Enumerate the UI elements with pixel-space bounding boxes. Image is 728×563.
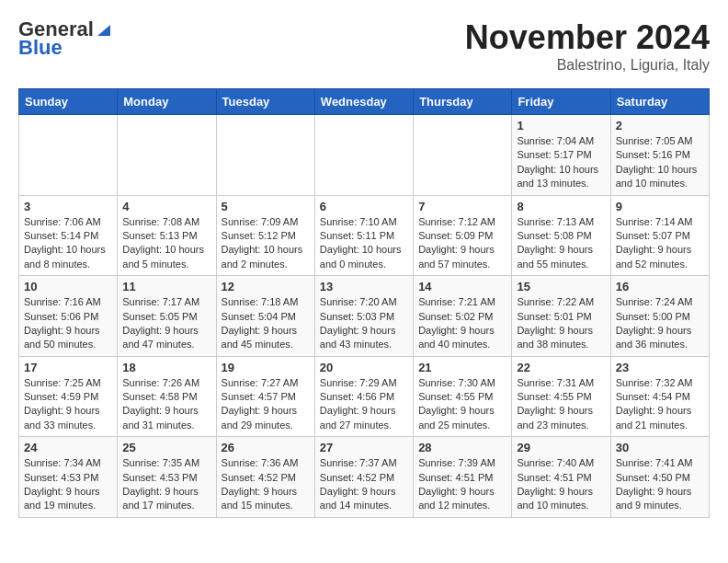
calendar-cell: 15Sunrise: 7:22 AM Sunset: 5:01 PM Dayli… [512,276,610,357]
calendar-cell: 4Sunrise: 7:08 AM Sunset: 5:13 PM Daylig… [118,195,216,276]
calendar-cell: 7Sunrise: 7:12 AM Sunset: 5:09 PM Daylig… [414,195,512,276]
calendar-cell: 11Sunrise: 7:17 AM Sunset: 5:05 PM Dayli… [118,276,216,357]
day-info: Sunrise: 7:31 AM Sunset: 4:55 PM Dayligh… [517,376,605,433]
day-number: 4 [122,200,210,213]
day-info: Sunrise: 7:05 AM Sunset: 5:16 PM Dayligh… [616,134,704,191]
day-info: Sunrise: 7:37 AM Sunset: 4:52 PM Dayligh… [320,456,408,513]
day-number: 26 [222,441,310,454]
day-header-sunday: Sunday [19,89,118,115]
day-number: 27 [320,441,408,454]
day-number: 23 [616,361,704,374]
logo-blue-text: Blue [18,37,63,59]
day-number: 3 [24,200,112,213]
day-number: 25 [122,441,210,454]
calendar-cell: 18Sunrise: 7:26 AM Sunset: 4:58 PM Dayli… [118,356,216,437]
day-header-wednesday: Wednesday [314,89,413,115]
day-number: 24 [24,441,112,454]
day-number: 12 [222,280,310,293]
day-info: Sunrise: 7:26 AM Sunset: 4:58 PM Dayligh… [122,376,210,433]
calendar-cell: 9Sunrise: 7:14 AM Sunset: 5:07 PM Daylig… [610,195,709,276]
calendar-week-row: 1Sunrise: 7:04 AM Sunset: 5:17 PM Daylig… [19,115,710,196]
calendar-cell: 5Sunrise: 7:09 AM Sunset: 5:12 PM Daylig… [216,195,314,276]
calendar-table: SundayMondayTuesdayWednesdayThursdayFrid… [18,88,710,518]
day-header-friday: Friday [512,89,610,115]
day-number: 14 [418,280,506,293]
day-number: 22 [517,361,605,374]
day-info: Sunrise: 7:14 AM Sunset: 5:07 PM Dayligh… [616,215,704,272]
day-number: 11 [122,280,210,293]
calendar-cell [19,115,118,196]
calendar-cell: 6Sunrise: 7:10 AM Sunset: 5:11 PM Daylig… [314,195,413,276]
day-info: Sunrise: 7:17 AM Sunset: 5:05 PM Dayligh… [122,295,210,352]
day-info: Sunrise: 7:32 AM Sunset: 4:54 PM Dayligh… [616,376,704,433]
calendar-cell: 22Sunrise: 7:31 AM Sunset: 4:55 PM Dayli… [512,356,610,437]
title-area: November 2024 Balestrino, Liguria, Italy [465,18,710,74]
svg-marker-0 [97,25,110,36]
month-title: November 2024 [465,18,710,57]
calendar-cell: 26Sunrise: 7:36 AM Sunset: 4:52 PM Dayli… [216,437,314,518]
day-number: 18 [122,361,210,374]
calendar-cell: 8Sunrise: 7:13 AM Sunset: 5:08 PM Daylig… [512,195,610,276]
day-info: Sunrise: 7:30 AM Sunset: 4:55 PM Dayligh… [418,376,506,433]
day-number: 6 [320,200,408,213]
calendar-week-row: 10Sunrise: 7:16 AM Sunset: 5:06 PM Dayli… [19,276,710,357]
day-number: 17 [24,361,112,374]
day-info: Sunrise: 7:09 AM Sunset: 5:12 PM Dayligh… [222,215,310,272]
page-header: General Blue November 2024 Balestrino, L… [18,18,710,74]
day-info: Sunrise: 7:41 AM Sunset: 4:50 PM Dayligh… [616,456,704,513]
calendar-cell: 27Sunrise: 7:37 AM Sunset: 4:52 PM Dayli… [314,437,413,518]
day-info: Sunrise: 7:06 AM Sunset: 5:14 PM Dayligh… [24,215,112,272]
day-number: 16 [616,280,704,293]
calendar-cell: 13Sunrise: 7:20 AM Sunset: 5:03 PM Dayli… [314,276,413,357]
day-info: Sunrise: 7:27 AM Sunset: 4:57 PM Dayligh… [222,376,310,433]
logo-arrow-icon [96,21,112,38]
calendar-cell: 12Sunrise: 7:18 AM Sunset: 5:04 PM Dayli… [216,276,314,357]
calendar-cell: 24Sunrise: 7:34 AM Sunset: 4:53 PM Dayli… [19,437,118,518]
location-subtitle: Balestrino, Liguria, Italy [465,57,710,74]
day-header-tuesday: Tuesday [216,89,314,115]
day-header-thursday: Thursday [414,89,512,115]
calendar-week-row: 17Sunrise: 7:25 AM Sunset: 4:59 PM Dayli… [19,356,710,437]
day-number: 5 [222,200,310,213]
day-number: 15 [517,280,605,293]
calendar-cell [314,115,413,196]
calendar-cell: 25Sunrise: 7:35 AM Sunset: 4:53 PM Dayli… [118,437,216,518]
calendar-cell: 2Sunrise: 7:05 AM Sunset: 5:16 PM Daylig… [610,115,709,196]
day-number: 29 [517,441,605,454]
calendar-cell [118,115,216,196]
day-number: 28 [418,441,506,454]
day-info: Sunrise: 7:08 AM Sunset: 5:13 PM Dayligh… [122,215,210,272]
day-info: Sunrise: 7:35 AM Sunset: 4:53 PM Dayligh… [122,456,210,513]
day-number: 20 [320,361,408,374]
day-number: 19 [222,361,310,374]
day-info: Sunrise: 7:36 AM Sunset: 4:52 PM Dayligh… [222,456,310,513]
logo: General Blue [18,18,112,59]
calendar-cell: 29Sunrise: 7:40 AM Sunset: 4:51 PM Dayli… [512,437,610,518]
day-info: Sunrise: 7:18 AM Sunset: 5:04 PM Dayligh… [222,295,310,352]
day-info: Sunrise: 7:16 AM Sunset: 5:06 PM Dayligh… [24,295,112,352]
day-info: Sunrise: 7:22 AM Sunset: 5:01 PM Dayligh… [517,295,605,352]
day-info: Sunrise: 7:04 AM Sunset: 5:17 PM Dayligh… [517,134,605,191]
calendar-cell: 16Sunrise: 7:24 AM Sunset: 5:00 PM Dayli… [610,276,709,357]
day-info: Sunrise: 7:20 AM Sunset: 5:03 PM Dayligh… [320,295,408,352]
day-number: 7 [418,200,506,213]
day-number: 2 [616,119,704,132]
day-info: Sunrise: 7:10 AM Sunset: 5:11 PM Dayligh… [320,215,408,272]
day-number: 21 [418,361,506,374]
day-header-monday: Monday [118,89,216,115]
calendar-cell: 10Sunrise: 7:16 AM Sunset: 5:06 PM Dayli… [19,276,118,357]
calendar-cell: 30Sunrise: 7:41 AM Sunset: 4:50 PM Dayli… [610,437,709,518]
day-number: 8 [517,200,605,213]
calendar-cell: 21Sunrise: 7:30 AM Sunset: 4:55 PM Dayli… [414,356,512,437]
calendar-cell: 17Sunrise: 7:25 AM Sunset: 4:59 PM Dayli… [19,356,118,437]
calendar-cell: 14Sunrise: 7:21 AM Sunset: 5:02 PM Dayli… [414,276,512,357]
day-info: Sunrise: 7:12 AM Sunset: 5:09 PM Dayligh… [418,215,506,272]
day-info: Sunrise: 7:39 AM Sunset: 4:51 PM Dayligh… [418,456,506,513]
day-info: Sunrise: 7:29 AM Sunset: 4:56 PM Dayligh… [320,376,408,433]
calendar-cell [414,115,512,196]
calendar-week-row: 24Sunrise: 7:34 AM Sunset: 4:53 PM Dayli… [19,437,710,518]
day-info: Sunrise: 7:13 AM Sunset: 5:08 PM Dayligh… [517,215,605,272]
calendar-week-row: 3Sunrise: 7:06 AM Sunset: 5:14 PM Daylig… [19,195,710,276]
day-info: Sunrise: 7:21 AM Sunset: 5:02 PM Dayligh… [418,295,506,352]
calendar-cell: 3Sunrise: 7:06 AM Sunset: 5:14 PM Daylig… [19,195,118,276]
